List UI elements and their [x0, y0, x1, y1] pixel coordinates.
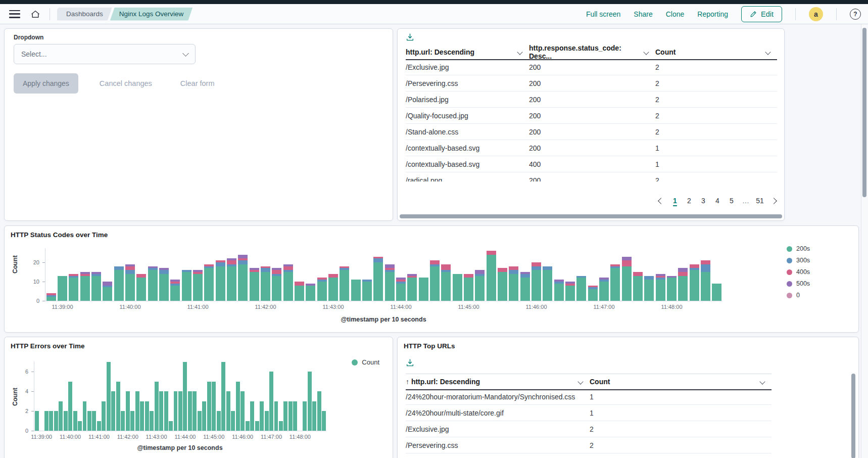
bar-segment-200s: [509, 274, 518, 301]
column-header-url[interactable]: ↑ http.url: Descending: [406, 378, 590, 386]
panel-scrollbar[interactable]: [851, 374, 855, 458]
bar-segment-Count: [322, 411, 326, 431]
bar-segment-300s: [588, 287, 598, 289]
y-tick-mark: [31, 411, 34, 411]
bar-stack: [198, 361, 202, 431]
bar-segment-200s: [407, 278, 417, 301]
bar-segment-400s: [373, 257, 383, 259]
download-icon[interactable]: [406, 33, 414, 43]
legend-item-0[interactable]: 0: [787, 292, 810, 299]
breadcrumb-dashboards[interactable]: Dashboards: [57, 8, 112, 21]
bar-segment-200s: [362, 282, 372, 301]
bar-segment-Count: [59, 401, 63, 431]
legend-item-200s[interactable]: 200s: [787, 245, 810, 252]
page-scrollbar[interactable]: [861, 24, 868, 458]
bar-segment-500s: [80, 272, 90, 274]
share-link[interactable]: Share: [634, 10, 652, 18]
edit-button-label: Edit: [761, 10, 774, 18]
legend-item-500s[interactable]: 500s: [787, 280, 810, 287]
legend-dot-icon: [787, 269, 792, 275]
bar-segment-Count: [111, 391, 115, 431]
pagination-page-4[interactable]: 4: [712, 195, 723, 207]
table-cell: /Polarised.jpg: [406, 96, 529, 104]
edit-button[interactable]: Edit: [741, 6, 782, 22]
bar-segment-200s: [272, 276, 281, 301]
bar-segment-Count: [255, 421, 259, 431]
bar-segment-300s: [362, 280, 372, 282]
bar-stack: [260, 361, 264, 431]
clone-link[interactable]: Clone: [666, 10, 685, 18]
bar-stack: [69, 248, 78, 301]
column-header-count[interactable]: Count: [590, 378, 771, 386]
table-row: /Exclusive.jpg2: [406, 421, 771, 437]
bar-segment-400s: [170, 282, 180, 284]
legend-label: 300s: [796, 257, 810, 264]
column-header-status-code[interactable]: http.response.status_code: Desc...: [529, 44, 655, 60]
table-cell: 400: [529, 160, 655, 168]
bar-segment-Count: [279, 421, 283, 431]
bar-stack: [148, 248, 158, 301]
bar-segment-Count: [212, 382, 216, 431]
full-screen-link[interactable]: Full screen: [586, 10, 620, 18]
bar-stack: [193, 248, 203, 301]
top-urls-panel: HTTP Top URLs ↑ http.url: Descending Cou…: [397, 337, 859, 458]
pagination-next-icon[interactable]: [770, 198, 777, 204]
bar-segment-500s: [520, 272, 530, 274]
column-header-count[interactable]: Count: [655, 48, 777, 56]
clear-form-button[interactable]: Clear form: [177, 79, 218, 88]
apply-changes-button[interactable]: Apply changes: [14, 73, 78, 94]
help-icon[interactable]: ?: [850, 9, 861, 20]
status-table-header: http.url: Descending http.response.statu…: [406, 45, 777, 60]
y-axis-label: Count: [12, 255, 19, 273]
bar-segment-500s: [656, 274, 665, 276]
bar-segment-300s: [69, 276, 78, 278]
legend-item-300s[interactable]: 300s: [787, 257, 810, 264]
bar-segment-400s: [238, 258, 248, 260]
y-tick-mark: [42, 282, 45, 282]
home-icon[interactable]: [29, 8, 41, 20]
table-cell: 2: [655, 112, 777, 120]
x-tick-label: 11:39:00: [52, 304, 73, 310]
cancel-changes-button[interactable]: Cancel changes: [97, 79, 155, 88]
bar-stack: [91, 248, 101, 301]
bar-stack: [164, 361, 168, 431]
column-header-url[interactable]: http.url: Descending: [406, 48, 529, 56]
bar-stack: [464, 248, 473, 301]
menu-icon[interactable]: [9, 10, 20, 18]
bar-segment-200s: [340, 270, 349, 301]
bar-segment-200s: [520, 278, 530, 301]
y-tick-mark: [42, 262, 45, 263]
download-icon[interactable]: [406, 358, 414, 369]
pagination-page-2[interactable]: 2: [684, 195, 695, 207]
bar-segment-Count: [226, 391, 230, 431]
table-row: /radical.png2002: [406, 172, 777, 181]
bar-segment-200s: [58, 276, 67, 301]
bar-segment-Count: [35, 411, 39, 431]
horizontal-scrollbar[interactable]: [400, 214, 782, 218]
pagination-page-5[interactable]: 5: [726, 195, 737, 207]
bar-stack: [188, 361, 192, 431]
bar-stack: [107, 361, 111, 431]
legend-item-400s[interactable]: 400s: [787, 268, 810, 276]
bar-segment-200s: [103, 287, 112, 301]
bar-stack: [183, 361, 187, 431]
bar-segment-400s: [250, 270, 259, 272]
table-cell: /Persevering.css: [406, 441, 590, 449]
table-cell: 2: [655, 63, 777, 71]
bar-segment-Count: [174, 391, 178, 431]
pagination-page-3[interactable]: 3: [698, 195, 709, 207]
pagination-page-51[interactable]: 51: [754, 195, 765, 207]
bar-segment-Count: [303, 401, 307, 431]
pagination-prev-icon[interactable]: [658, 198, 664, 204]
avatar[interactable]: a: [809, 7, 823, 21]
bar-stack: [174, 361, 178, 431]
dropdown-select[interactable]: Select...: [14, 44, 196, 64]
reporting-link[interactable]: Reporting: [697, 10, 728, 18]
pagination-page-1[interactable]: 1: [669, 195, 681, 207]
legend-item-Count[interactable]: Count: [352, 358, 379, 366]
bar-stack: [269, 361, 273, 431]
bar-stack: [212, 361, 216, 431]
bar-segment-200s: [80, 276, 90, 301]
bar-segment-500s: [283, 264, 293, 266]
breadcrumb-current: Nginx Logs Overview: [110, 8, 193, 21]
